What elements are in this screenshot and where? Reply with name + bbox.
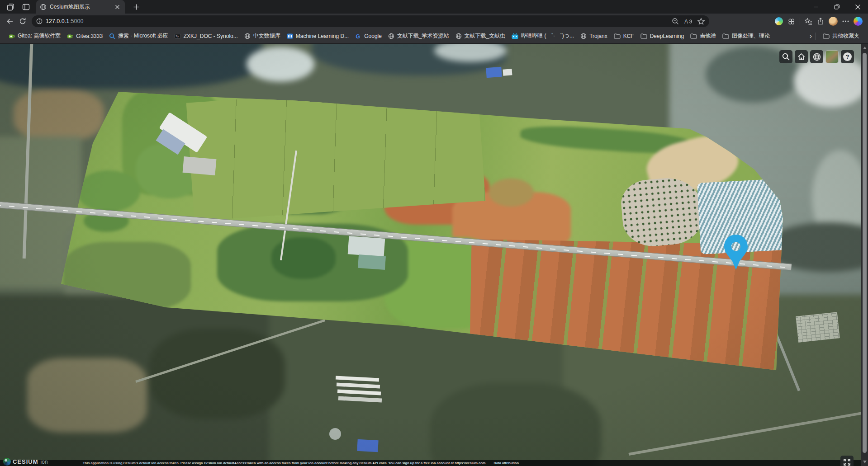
white-pool: [348, 236, 385, 256]
folder-icon: [722, 33, 729, 39]
browser-tab[interactable]: Cesium地图展示: [36, 0, 125, 14]
bing-search-icon: [109, 33, 115, 39]
bookmark-bing-search[interactable]: 搜索 - Microsoft 必应: [106, 31, 171, 41]
bookmark-folder-kcf[interactable]: KCF: [611, 32, 637, 41]
ion-token-warning: This application is using Cesium's defau…: [83, 461, 487, 465]
share-icon[interactable]: [817, 18, 824, 25]
bookmark-cn-database[interactable]: 中文数据库: [241, 31, 284, 41]
svg-text:A: A: [684, 19, 688, 25]
help-icon: ?: [843, 52, 852, 61]
industrial-shed: [338, 396, 382, 402]
profile-avatar[interactable]: [829, 17, 838, 26]
globe-icon: [580, 33, 587, 39]
bookmark-bilibili[interactable]: 哔哩哔哩 ( ゜- ゜)つ...: [508, 31, 577, 41]
base-layer-picker-button[interactable]: [825, 50, 839, 63]
bookmark-paper-download-2[interactable]: 文献下载_文献虫: [452, 31, 509, 41]
ml-blue-icon: [287, 33, 293, 39]
address-bar[interactable]: 127.0.0.1:5000 A: [32, 15, 709, 27]
browser-toolbar: 127.0.0.1:5000 A: [0, 14, 868, 29]
toolbar-divider: [800, 18, 800, 25]
parking-lot: [183, 156, 217, 175]
globe-icon: [244, 33, 251, 39]
tab-title: Cesium地图展示: [50, 3, 113, 11]
folder-icon: [640, 33, 647, 39]
window-controls: [806, 0, 868, 14]
map-pin-marker[interactable]: [723, 234, 749, 271]
search-icon: [782, 52, 790, 61]
industrial-shed: [337, 389, 381, 395]
toolbar-extension-area: [712, 17, 864, 26]
cesium-ion-logo[interactable]: CESIUM ion: [3, 458, 48, 466]
globe-icon: [455, 33, 462, 39]
page-scrollbar[interactable]: [861, 44, 868, 466]
bookmark-folder-guitar[interactable]: 吉他谱: [687, 31, 719, 41]
scroll-down-arrow[interactable]: [863, 461, 867, 463]
refresh-button[interactable]: [16, 15, 29, 28]
gitea-icon: [9, 33, 15, 39]
tab-actions-icon[interactable]: [19, 1, 33, 12]
extension-sphere-icon[interactable]: [775, 17, 783, 25]
svg-text:G: G: [356, 33, 360, 39]
fullscreen-button[interactable]: [840, 456, 854, 466]
svg-text:Sy: Sy: [175, 35, 179, 38]
site-info-icon[interactable]: [36, 18, 43, 24]
home-button[interactable]: [795, 50, 808, 63]
copilot-icon[interactable]: [854, 17, 863, 26]
bookmark-folder-image-processing[interactable]: 图像处理、理论: [719, 31, 773, 41]
zoom-out-icon[interactable]: [672, 18, 679, 25]
collections-icon[interactable]: [805, 18, 812, 25]
maze-garden: [796, 312, 840, 342]
google-icon: G: [355, 33, 361, 39]
gitea-icon: [67, 33, 73, 39]
bookmarks-divider: [816, 33, 816, 40]
cesium-toolbar: ?: [779, 50, 854, 63]
industrial-shed: [336, 376, 379, 381]
workspaces-icon[interactable]: [4, 1, 17, 12]
cesium-map-canvas[interactable]: ? This application is using Cesium's def…: [0, 44, 861, 466]
tab-close-icon[interactable]: [113, 3, 121, 11]
bookmark-folder-deeplearning[interactable]: DeepLearning: [637, 32, 687, 41]
cesium-logo-icon: [3, 458, 11, 466]
bookmark-trojanx[interactable]: Trojanx: [577, 32, 611, 41]
restore-button[interactable]: [826, 0, 847, 14]
fullscreen-icon: [843, 458, 851, 466]
bookmarks-overflow-chevron[interactable]: ›: [810, 32, 812, 40]
bookmark-zxkj-doc[interactable]: Sy ZXKJ_DOC - Synolo...: [171, 32, 241, 41]
folder-icon: [823, 33, 830, 39]
more-options-icon[interactable]: [842, 20, 849, 22]
scroll-up-arrow[interactable]: [863, 47, 867, 49]
browser-tab-bar: Cesium地图展示: [0, 0, 868, 14]
help-button[interactable]: ?: [841, 50, 854, 63]
new-tab-icon[interactable]: [129, 1, 143, 12]
scene-mode-button[interactable]: [810, 50, 823, 63]
bookmarks-bar: Gitea: 高德软件室 Gitea:3333 搜索 - Microsoft 必…: [0, 29, 868, 43]
bilibili-icon: [512, 33, 518, 39]
search-button[interactable]: [779, 50, 792, 63]
other-favorites-folder[interactable]: 其他收藏夹: [820, 31, 863, 41]
minimize-button[interactable]: [806, 0, 826, 14]
orchard-rows: [619, 175, 705, 249]
read-aloud-icon[interactable]: A: [684, 18, 692, 25]
globe-favicon: [40, 4, 47, 10]
home-icon: [797, 52, 806, 61]
globe-icon: [812, 52, 821, 61]
blue-roof-building: [357, 439, 378, 452]
extensions-icon[interactable]: [787, 18, 795, 25]
close-window-button[interactable]: [847, 0, 868, 14]
url-host: 127.0.0.1: [46, 18, 69, 24]
globe-icon: [388, 33, 394, 39]
data-attribution-link[interactable]: Data attribution: [494, 461, 519, 465]
synology-icon: Sy: [175, 33, 181, 39]
folder-icon: [614, 33, 621, 39]
favorite-star-icon[interactable]: [697, 18, 705, 25]
back-button[interactable]: [4, 15, 16, 28]
bookmark-google[interactable]: G Google: [352, 32, 385, 41]
bookmark-gitea-1[interactable]: Gitea: 高德软件室: [5, 31, 64, 41]
blue-roof-building: [486, 67, 502, 78]
bookmark-machine-learning[interactable]: Machine Learning D...: [284, 32, 352, 41]
scrollbar-thumb[interactable]: [863, 53, 867, 453]
industrial-shed: [337, 382, 380, 388]
storage-tank: [329, 428, 341, 440]
bookmark-paper-download-1[interactable]: 文献下载_学术资源站: [385, 31, 452, 41]
bookmark-gitea-2[interactable]: Gitea:3333: [64, 32, 106, 41]
